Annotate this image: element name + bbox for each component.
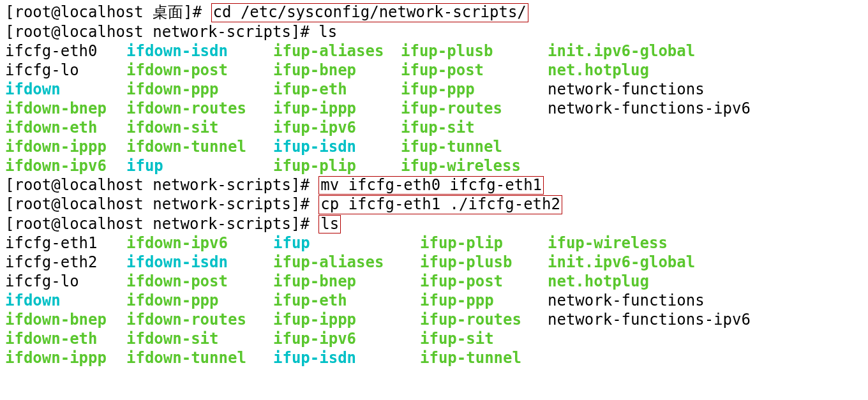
ls-entry: ifdown-bnep [5,99,126,118]
ls-entry: ifup-plip [273,156,401,175]
ls-entry: ifup-isdn [273,348,420,367]
ls-entry: ifcfg-eth0 [5,41,126,61]
ls-entry: ifup [273,233,420,253]
ls-row: ifcfg-eth1ifdown-ipv6ifupifup-plipifup-w… [5,233,863,253]
ls-entry: ifup-ppp [420,291,548,310]
ls-entry: ifup-eth [273,291,420,310]
ls-output-1: ifcfg-eth0ifdown-isdnifup-aliasesifup-pl… [5,41,863,175]
ls-entry: ifdown [5,291,126,310]
prompt-line: [root@localhost 桌面]# cd /etc/sysconfig/n… [5,3,863,22]
ls-entry: ifcfg-lo [5,272,126,291]
ls-row: ifdown-ipppifdown-tunnelifup-isdnifup-tu… [5,348,863,367]
ls-entry: ifup-ipv6 [273,329,420,348]
ls-entry: ifdown [5,80,126,99]
ls-entry: ifup-ippp [273,99,401,118]
ls-entry: ifdown-isdn [126,41,273,61]
ls-output-2: ifcfg-eth1ifdown-ipv6ifupifup-plipifup-w… [5,233,863,367]
ls-entry: ifup-plip [420,233,548,253]
ls-entry: ifdown-routes [126,99,273,118]
ls-entry: ifup-bnep [273,61,401,80]
cmd-ls: ls [318,23,337,41]
ls-entry: ifcfg-lo [5,61,126,80]
ls-entry: ifup-post [401,61,548,80]
ls-entry: ifdown-routes [126,310,273,329]
prompt-prefix: [root@localhost network-scripts]# [5,195,318,213]
prompt-prefix: [root@localhost network-scripts]# [5,176,318,194]
ls-entry: init.ipv6-global [548,41,695,61]
ls-entry: net.hotplug [548,272,649,291]
ls-entry: ifup-plusb [401,41,548,61]
ls-entry: ifdown-sit [126,118,273,137]
ls-entry: ifdown-sit [126,329,273,348]
ls-entry: init.ipv6-global [548,253,695,272]
ls-entry: ifdown-eth [5,118,126,137]
ls-entry: ifup-ppp [401,80,548,99]
ls-entry: network-functions-ipv6 [548,310,751,329]
ls-entry: ifup-ippp [273,310,420,329]
ls-entry: ifdown-ipv6 [5,156,126,175]
ls-entry: ifdown-ppp [126,80,273,99]
ls-entry: ifdown-post [126,61,273,80]
prompt-line: [root@localhost network-scripts]# ls [5,22,863,41]
prompt-prefix: [root@localhost network-scripts]# [5,215,318,233]
ls-entry: ifup-routes [420,310,548,329]
prompt-line: [root@localhost network-scripts]# mv ifc… [5,175,863,195]
ls-entry: ifup-plusb [420,253,548,272]
ls-entry: ifdown-bnep [5,310,126,329]
ls-row: ifcfg-loifdown-postifup-bnepifup-postnet… [5,61,863,80]
ls-entry: ifdown-isdn [126,253,273,272]
ls-entry: ifup-wireless [401,156,548,175]
cmd-mv: mv ifcfg-eth0 ifcfg-eth1 [318,176,544,195]
ls-entry: ifdown-tunnel [126,348,273,367]
ls-row: ifdown-ipv6ifupifup-plipifup-wireless [5,156,863,175]
ls-entry: ifup-isdn [273,137,401,156]
cmd-ls: ls [318,215,341,234]
ls-row: ifcfg-eth2ifdown-isdnifup-aliasesifup-pl… [5,253,863,272]
ls-entry: ifup-tunnel [401,137,548,156]
ls-entry: ifdown-ppp [126,291,273,310]
ls-entry: network-functions [548,291,705,310]
ls-entry: ifdown-ippp [5,348,126,367]
cmd-cd: cd /etc/sysconfig/network-scripts/ [211,3,528,22]
ls-row: ifdown-bnepifdown-routesifup-ipppifup-ro… [5,99,863,118]
ls-row: ifdown-ethifdown-sitifup-ipv6ifup-sit [5,118,863,137]
ls-row: ifdownifdown-pppifup-ethifup-pppnetwork-… [5,291,863,310]
ls-row: ifcfg-eth0ifdown-isdnifup-aliasesifup-pl… [5,41,863,61]
ls-entry: ifup-eth [273,80,401,99]
ls-entry: network-functions [548,80,705,99]
ls-row: ifcfg-loifdown-postifup-bnepifup-postnet… [5,272,863,291]
ls-row: ifdown-bnepifdown-routesifup-ipppifup-ro… [5,310,863,329]
prompt-prefix: [root@localhost network-scripts]# [5,23,318,41]
ls-row: ifdown-ipppifdown-tunnelifup-isdnifup-tu… [5,137,863,156]
ls-entry: ifdown-tunnel [126,137,273,156]
ls-entry: ifup-sit [420,329,548,348]
ls-row: ifdownifdown-pppifup-ethifup-pppnetwork-… [5,80,863,99]
ls-entry: network-functions-ipv6 [548,99,751,118]
ls-entry: ifup-ipv6 [273,118,401,137]
ls-entry: ifdown-ippp [5,137,126,156]
ls-entry: ifdown-post [126,272,273,291]
cmd-cp: cp ifcfg-eth1 ./ifcfg-eth2 [318,195,562,214]
ls-row: ifdown-ethifdown-sitifup-ipv6ifup-sit [5,329,863,348]
prompt-line: [root@localhost network-scripts]# ls [5,214,863,234]
ls-entry: ifdown-ipv6 [126,233,273,253]
ls-entry: net.hotplug [548,61,649,80]
ls-entry: ifup-routes [401,99,548,118]
ls-entry: ifup-sit [401,118,548,137]
ls-entry: ifup [126,156,273,175]
terminal-output[interactable]: [root@localhost 桌面]# cd /etc/sysconfig/n… [5,3,863,367]
ls-entry: ifup-tunnel [420,348,548,367]
ls-entry: ifup-post [420,272,548,291]
ls-entry: ifcfg-eth2 [5,253,126,272]
ls-entry: ifup-aliases [273,41,401,61]
ls-entry: ifup-bnep [273,272,420,291]
prompt-prefix: [root@localhost 桌面]# [5,3,211,21]
ls-entry: ifcfg-eth1 [5,233,126,253]
prompt-line: [root@localhost network-scripts]# cp ifc… [5,195,863,214]
ls-entry: ifup-wireless [548,233,668,253]
ls-entry: ifup-aliases [273,253,420,272]
ls-entry: ifdown-eth [5,329,126,348]
